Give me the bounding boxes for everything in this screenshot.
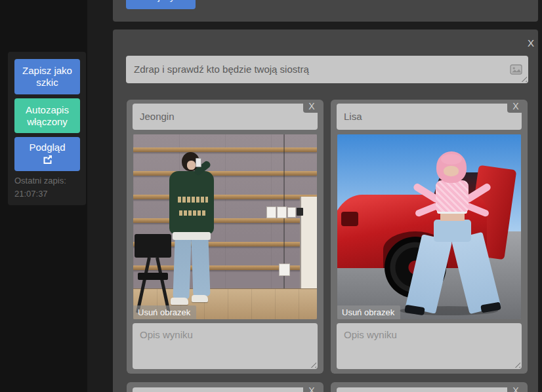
result-close-button[interactable]: X — [303, 100, 320, 113]
taillight — [341, 212, 358, 226]
result-close-button[interactable]: X — [303, 384, 320, 392]
result-card-partial: X — [331, 382, 528, 392]
external-link-icon — [43, 155, 52, 167]
editor-close-button[interactable]: X — [528, 38, 534, 48]
pink-crop-top — [436, 180, 469, 212]
jeans-waist — [434, 220, 471, 242]
studio-barre — [133, 171, 317, 176]
sneaker — [192, 295, 208, 302]
result-name-input[interactable]: Lisa — [337, 104, 522, 130]
shirt-hem — [173, 232, 211, 240]
preview-button[interactable]: Podgląd — [14, 137, 80, 171]
resize-grip-icon[interactable] — [513, 361, 520, 368]
studio-barre — [133, 147, 317, 152]
result-description-textarea[interactable]: Opis wyniku — [133, 323, 318, 369]
result-name-input[interactable] — [337, 387, 522, 392]
sidebar: Zapisz jako szkic Autozapis włączony Pod… — [0, 0, 87, 392]
last-save-label: Ostatni zapis: — [14, 176, 66, 186]
remove-image-button[interactable]: Usuń obrazek — [337, 305, 400, 319]
midriff — [440, 213, 465, 221]
person-face — [187, 161, 196, 170]
person-jeans — [173, 239, 191, 300]
result-name-input[interactable] — [133, 387, 318, 392]
result-description-placeholder: Opis wyniku — [140, 329, 193, 340]
save-draft-button-label: Zapisz jako szkic — [18, 65, 76, 88]
result-close-button[interactable]: X — [507, 384, 524, 392]
wall-switch — [277, 206, 287, 218]
remove-image-button[interactable]: Usuń obrazek — [133, 305, 196, 319]
editor-panel: X Zdrap i sprawdź kto będzie twoją siost… — [113, 29, 538, 392]
phone — [196, 158, 201, 167]
sneaker — [171, 298, 188, 305]
result-description-textarea[interactable]: Opis wyniku — [337, 323, 522, 369]
save-draft-button[interactable]: Zapisz jako szkic — [14, 59, 80, 94]
sweatshirt-print — [179, 210, 207, 216]
person-jeans — [191, 239, 210, 297]
result-name-input[interactable]: Jeongin — [133, 104, 318, 130]
result-close-button[interactable]: X — [507, 100, 524, 113]
result-name-value: Jeongin — [140, 104, 175, 130]
quiz-title-value: Zdrap i sprawdź kto będzie twoją siostrą — [134, 56, 309, 83]
quiz-title-input[interactable]: Zdrap i sprawdź kto będzie twoją siostrą — [126, 56, 528, 83]
wall-outlet — [279, 264, 290, 276]
result-name-value: Lisa — [344, 104, 362, 130]
wall-switch — [266, 206, 276, 218]
wall-sensor — [297, 208, 303, 216]
hair-fringe — [441, 154, 462, 165]
wall-switch — [287, 207, 296, 218]
result-image-lisa: Usuń obrazek — [337, 134, 521, 319]
result-card-jeongin: X Jeongin — [127, 100, 323, 374]
preview-button-label: Podgląd — [29, 142, 65, 153]
last-save-time: 21:07:37 — [14, 189, 48, 199]
result-card-partial: X — [127, 382, 323, 392]
save-actions-panel: Zapisz jako szkic Autozapis włączony Pod… — [8, 52, 86, 205]
chair-seat — [138, 273, 168, 280]
result-description-placeholder: Opis wyniku — [344, 329, 397, 340]
app-root: { "sidebar": { "buttons": [ { "label": "… — [0, 0, 542, 392]
studio-barre — [133, 218, 317, 223]
studio-barre — [133, 195, 317, 199]
autosave-toggle-button[interactable]: Autozapis włączony — [14, 98, 80, 133]
result-card-lisa: X Lisa — [331, 100, 528, 374]
autosave-button-label: Autozapis włączony — [18, 104, 76, 128]
picture-icon[interactable] — [510, 64, 522, 77]
result-image-jeongin: Usuń obrazek — [133, 134, 317, 319]
person-sweatshirt — [169, 171, 214, 235]
person-face — [444, 166, 459, 176]
resize-grip-icon[interactable] — [309, 361, 316, 368]
add-result-button-label: Dodaj wynik — [135, 0, 188, 2]
sweatshirt-print — [178, 197, 208, 203]
folding-chair — [135, 234, 171, 258]
add-result-button[interactable]: Dodaj wynik — [126, 0, 196, 9]
